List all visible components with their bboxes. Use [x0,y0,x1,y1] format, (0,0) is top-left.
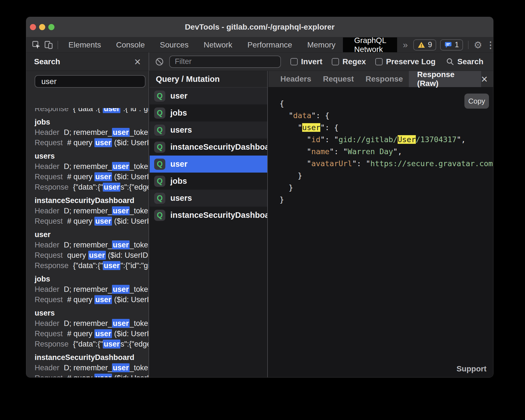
search-result-row[interactable]: HeaderD; remember_user_token=ey [35,318,149,329]
search-result-text: D; remember_user_token=ey [64,206,149,215]
json-line: } [280,170,493,182]
checkbox-box[interactable] [332,58,339,65]
query-list-header: Query / Mutation [150,71,267,87]
issues-badge[interactable]: 1 [440,39,463,51]
checkbox-preserve-log[interactable]: Preserve Log [375,57,435,66]
query-type-badge: Q [154,210,165,221]
tab-response[interactable]: Response [360,71,409,87]
search-match-highlight: user [112,206,130,215]
search-match-highlight: user [112,128,130,137]
query-type-badge: Q [154,108,165,119]
clear-log-icon[interactable] [155,57,164,66]
search-result-text: # query user ($id: UserID [67,172,149,181]
devtools-tabs: ElementsConsoleSourcesNetworkPerformance… [61,37,343,52]
search-result-kind-label: Response [35,183,69,191]
checkbox-box[interactable] [290,58,298,65]
search-result-row[interactable]: Request# query user ($id: UserID [35,172,149,182]
query-list-item-users[interactable]: Qusers [150,121,267,139]
search-result-row[interactable]: Request# query user ($id: UserID [35,295,149,305]
search-input[interactable] [35,75,145,88]
search-result-row[interactable]: Request# query user ($id: UserID [35,373,149,377]
checkbox-invert[interactable]: Invert [290,57,322,66]
query-list-item-label: user [170,159,187,169]
device-toolbar-icon[interactable] [42,39,55,51]
search-result-section-title: jobs [35,274,149,284]
search-result-row[interactable]: HeaderD; remember_user_token=ey [35,284,149,295]
tab-memory[interactable]: Memory [300,37,343,52]
tab-elements[interactable]: Elements [61,37,109,52]
checkbox-label: Invert [301,57,322,66]
search-result-row[interactable]: HeaderD; remember_user_token=ey [35,161,149,172]
search-result-row[interactable]: HeaderD; remember_user_token=ey [35,240,149,250]
search-result-row[interactable]: HeaderD; remember_user_token=ey [35,127,149,138]
search-toggle[interactable]: Search [446,57,483,66]
query-list-item-instanceSecurityDashboard[interactable]: QinstanceSecurityDashboard [150,207,267,224]
tab-request[interactable]: Request [317,71,360,87]
close-window-button[interactable] [30,24,36,30]
warning-count: 9 [428,40,432,49]
checkbox-box[interactable] [375,58,383,65]
checkbox-regex[interactable]: Regex [332,57,366,66]
copy-button[interactable]: Copy [464,94,489,109]
search-result-section-title: user [35,230,149,240]
search-result-text: # query user ($id: UserID [67,374,149,377]
tab-network[interactable]: Network [196,37,240,52]
kebab-menu-icon[interactable]: ⋮ [486,40,493,49]
search-result-row[interactable]: Request# query user ($id: UserID [35,138,149,148]
tab-response-raw[interactable]: Response (Raw) [409,71,481,87]
close-search-icon[interactable]: × [134,56,141,67]
search-result-row[interactable]: Response{"data":{"user":{"id":"gid [35,108,149,114]
search-result-row[interactable]: Response{"data":{"user":{"id":"gid [35,261,149,271]
search-match-highlight: user [94,374,112,377]
minimize-window-button[interactable] [39,24,45,30]
tab-sources[interactable]: Sources [152,37,196,52]
window-title: DevTools - gitlab.com/-/graphql-explorer [185,23,335,32]
search-match-highlight: user [94,138,112,147]
search-result-text: D; remember_user_token=ey [64,128,149,137]
zoom-window-button[interactable] [48,24,54,30]
search-result-kind-label: Header [35,241,59,249]
detail-tabs: HeadersRequestResponse [275,71,409,87]
search-result-text: # query user ($id: UserID [67,217,149,226]
search-result-text: D; remember_user_token=ey [64,240,149,249]
search-match-highlight: user [103,183,120,192]
search-result-text: {"data":{"users":{"edges [73,183,149,192]
query-type-badge: Q [154,90,165,102]
search-result-section-title: instanceSecurityDashboard [35,195,149,206]
query-list-item-label: instanceSecurityDashboard [170,211,268,220]
warnings-badge[interactable]: 9 [413,39,436,51]
filter-input[interactable] [169,56,281,68]
tab-graphql-network[interactable]: GraphQL Network [343,37,397,52]
search-match-highlight: user [88,251,106,260]
query-list-item-jobs[interactable]: Qjobs [150,173,267,190]
search-result-kind-label: Response [35,340,69,348]
search-result-row[interactable]: Requestquery user ($id: UserID [35,250,149,261]
search-result-kind-label: Header [35,162,59,171]
settings-gear-icon[interactable]: ⚙ [474,40,482,50]
query-list-item-user[interactable]: Quser [150,156,267,173]
search-result-row[interactable]: Response{"data":{"users":{"edges [35,339,149,349]
more-tabs-icon[interactable]: » [397,40,413,50]
close-detail-icon[interactable]: × [481,73,488,85]
search-result-row[interactable]: Request# query user ($id: UserID [35,216,149,226]
inspect-element-icon[interactable] [30,39,42,51]
search-result-row[interactable]: Response{"data":{"users":{"edges [35,182,149,192]
search-result-row[interactable]: Request# query user ($id: UserID [35,329,149,339]
query-list-item-jobs[interactable]: Qjobs [150,104,267,121]
search-result-row[interactable]: HeaderD; remember_user_token=ey [35,206,149,216]
search-result-kind-label: Response [35,261,69,270]
tab-headers[interactable]: Headers [275,71,317,87]
query-list-item-user[interactable]: Quser [150,87,267,104]
support-link[interactable]: Support [457,364,486,373]
query-type-badge: Q [154,159,165,170]
query-list-item-users[interactable]: Qusers [150,190,267,207]
tab-console[interactable]: Console [109,37,152,52]
search-match-highlight: user [112,162,130,171]
tab-performance[interactable]: Performance [240,37,300,52]
search-result-section-title: jobs [35,117,149,127]
network-filter-bar: InvertRegexPreserve Log Search [149,52,493,71]
query-list-item-instanceSecurityDashboard[interactable]: QinstanceSecurityDashboard [150,139,267,156]
checkbox-label: Preserve Log [386,57,435,66]
search-result-row[interactable]: HeaderD; remember_user_token=ey [35,363,149,373]
json-match-highlight: User [398,135,416,144]
